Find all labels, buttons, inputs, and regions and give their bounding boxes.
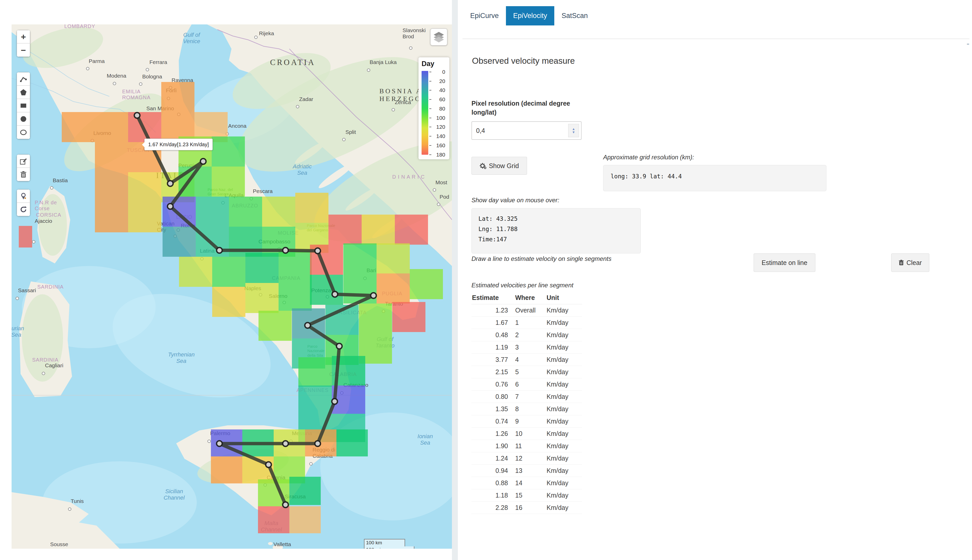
map-canvas: ParmaFerraraModenaBolognaRavennaForlìSan… <box>12 24 452 549</box>
path-vertex-marker <box>266 462 271 467</box>
draw-rectangle-button[interactable] <box>17 99 30 112</box>
cell-unit: Km/day <box>546 329 582 341</box>
cell-estimate: 0.88 <box>472 477 510 489</box>
table-header-row: Estimate Where Unit <box>472 292 582 304</box>
cell-unit: Km/day <box>546 489 582 502</box>
heatmap-cell <box>212 257 245 287</box>
tab-satscan[interactable]: SatScan <box>554 6 595 25</box>
city-dot <box>50 187 53 189</box>
table-row: 0.9413Km/day <box>472 465 582 477</box>
spinner-down-icon[interactable]: ▼ <box>572 130 576 134</box>
edit-layers-button[interactable] <box>17 155 30 168</box>
clear-button[interactable]: Clear <box>891 253 929 272</box>
estimate-on-line-button[interactable]: Estimate on line <box>754 253 815 272</box>
cell-estimate: 1.26 <box>472 428 510 440</box>
cell-estimate: 1.90 <box>472 440 510 452</box>
cell-estimate: 0.94 <box>472 465 510 477</box>
cell-where: 15 <box>510 489 546 502</box>
city-dot <box>433 188 436 192</box>
cell-estimate: 1.23 <box>472 304 510 317</box>
path-vertex-marker <box>332 398 338 404</box>
cell-where: 13 <box>510 465 546 477</box>
heatmap-cell <box>343 243 376 273</box>
legend-tick: 40 <box>429 87 446 93</box>
heatmap-cell <box>211 457 242 483</box>
circle-icon <box>20 116 27 122</box>
heatmap-cell <box>128 172 161 202</box>
draw-polygon-button[interactable] <box>17 86 30 99</box>
cell-unit: Km/day <box>546 415 582 428</box>
delete-layers-button[interactable] <box>17 168 30 181</box>
map[interactable]: ParmaFerraraModenaBolognaRavennaForlìSan… <box>12 24 452 549</box>
path-vertex-marker <box>283 247 288 253</box>
legend-tick: 80 <box>429 106 446 112</box>
number-spinner[interactable]: ▲ ▼ <box>568 124 579 137</box>
polyline-icon <box>20 75 27 83</box>
cell-where: 9 <box>510 415 546 428</box>
legend-gradient <box>422 71 428 155</box>
city-dot <box>139 83 142 86</box>
draw-circlemarker-button[interactable] <box>17 126 30 139</box>
collapse-box-button[interactable]: - <box>967 39 969 48</box>
zoom-out-button[interactable]: − <box>17 43 30 57</box>
layers-control-button[interactable] <box>430 28 447 45</box>
velocity-table-caption: Estimated velocities per line segment <box>472 282 573 289</box>
cell-unit: Km/day <box>546 378 582 391</box>
scale-mi: 100 mi <box>364 547 414 549</box>
column-header-estimate: Estimate <box>472 292 510 304</box>
cell-where: 4 <box>510 353 546 366</box>
city-dot <box>367 69 370 72</box>
table-row: 1.9011Km/day <box>472 440 582 452</box>
draw-polyline-button[interactable] <box>17 72 30 86</box>
zoom-in-button[interactable]: + <box>17 30 30 43</box>
heatmap-cell <box>289 506 321 533</box>
cell-unit: Km/day <box>546 502 582 514</box>
heatmap-cell <box>162 227 196 257</box>
circle-marker-icon <box>20 129 27 136</box>
heatmap-cell <box>95 142 128 172</box>
cell-estimate: 0.80 <box>472 391 510 403</box>
mouse-over-line: Lng: 11.788 <box>478 224 634 234</box>
column-header-unit: Unit <box>546 292 582 304</box>
draw-circle-button[interactable] <box>17 112 30 126</box>
pixel-resolution-label: Pixel resolution (decimal degree long/la… <box>472 99 587 117</box>
day-legend: Day 020406080100120140160180 <box>418 57 449 159</box>
cell-where: 11 <box>510 440 546 452</box>
city-dot <box>42 372 45 375</box>
city-dot <box>146 68 149 71</box>
heatmap-cell <box>95 112 128 142</box>
city-dot <box>254 36 258 39</box>
heatmap-cell <box>95 202 128 232</box>
refresh-button[interactable] <box>17 203 30 216</box>
legend-tick: 100 <box>429 115 446 121</box>
cell-unit: Km/day <box>546 341 582 353</box>
estimate-on-line-label: Estimate on line <box>761 259 807 267</box>
tab-epivelocity[interactable]: EpiVelocity <box>506 6 554 25</box>
legend-tick: 120 <box>429 124 446 130</box>
cell-where: 3 <box>510 341 546 353</box>
cell-estimate: 1.67 <box>472 317 510 329</box>
misc-toolbar <box>17 189 30 216</box>
legend-tick: 180 <box>429 152 446 158</box>
trash-icon <box>899 260 904 266</box>
cell-unit: Km/day <box>546 353 582 366</box>
heatmap-cell <box>376 273 410 303</box>
draw-line-label: Draw a line to estimate velocity on sing… <box>472 255 611 262</box>
heatmap-cell <box>212 137 245 167</box>
table-row: 0.766Km/day <box>472 378 582 391</box>
marker-tool-button[interactable] <box>17 189 30 203</box>
path-vertex-marker <box>217 441 222 447</box>
cell-unit: Km/day <box>546 304 582 317</box>
heatmap-cell <box>259 311 292 341</box>
cell-where: 6 <box>510 378 546 391</box>
tab-epicurve[interactable]: EpiCurve <box>463 6 506 25</box>
cell-where: Overall <box>510 304 546 317</box>
heatmap-cell <box>359 303 392 333</box>
city-dot <box>69 508 71 511</box>
show-grid-button[interactable]: Show Grid <box>472 157 527 175</box>
pixel-resolution-input[interactable] <box>472 127 568 134</box>
cell-estimate: 2.28 <box>472 502 510 514</box>
city-dot <box>16 297 19 300</box>
heatmap-cell <box>279 250 312 281</box>
draw-toolbar <box>17 72 30 139</box>
